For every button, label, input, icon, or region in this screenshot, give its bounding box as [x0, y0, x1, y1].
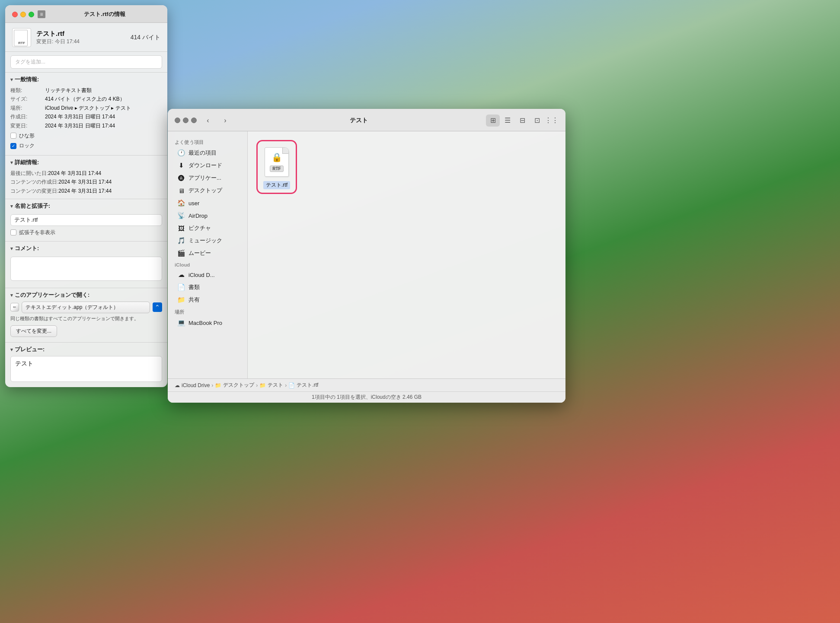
file-item-name: テスト.rtf — [263, 181, 290, 189]
sidebar-desktop-label: デスクトップ — [188, 187, 222, 194]
sidebar-item-user[interactable]: 🏠 user — [170, 197, 245, 209]
selected-file-item[interactable]: 🔒 RTF テスト.rtf — [256, 140, 297, 194]
finder-sidebar: よく使う項目 🕐 最近の項目 ⬇ ダウンロード 🅐 アプリケー... 🖥 デスク… — [168, 131, 248, 378]
created-label: 作成日: — [10, 112, 45, 121]
hide-ext-checkbox[interactable] — [10, 229, 16, 235]
kind-label: 種類: — [10, 86, 45, 95]
sidebar-item-recent[interactable]: 🕐 最近の項目 — [170, 147, 245, 159]
status-bar: 1項目中の 1項目を選択、iCloudの空き 2.46 GB — [168, 392, 565, 403]
modified-value: 2024 年 3月31日 日曜日 17:44 — [45, 121, 115, 130]
extra-view-button[interactable]: ⋮⋮ — [545, 114, 559, 127]
finder-bottom: ☁ iCloud Drive › 📁 デスクトップ › 📁 テスト › 📄 テス… — [168, 378, 565, 403]
sidebar-item-shared[interactable]: 📁 共有 — [170, 294, 245, 306]
sidebar-item-desktop[interactable]: 🖥 デスクトップ — [170, 184, 245, 197]
detail-info-header[interactable]: 詳細情報: — [10, 159, 162, 166]
breadcrumb-icloud[interactable]: ☁ iCloud Drive — [175, 382, 210, 388]
hina-label: ひな形 — [19, 131, 35, 140]
sidebar-item-downloads[interactable]: ⬇ ダウンロード — [170, 159, 245, 172]
file-item-icon: 🔒 RTF — [261, 145, 292, 179]
sidebar-item-pictures[interactable]: 🖼 ピクチャ — [170, 222, 245, 234]
sidebar-item-macbook[interactable]: 💻 MacBook Pro — [170, 317, 245, 329]
content-modified-row: コンテンツの変更日: 2024 年 3月31日 17:44 — [10, 187, 162, 195]
last-opened-row: 最後に開いた日: 2024 年 3月31日 17:44 — [10, 169, 162, 178]
filename-input[interactable] — [10, 214, 162, 226]
panel-title: テスト.rtfの情報 — [49, 10, 160, 18]
comment-section: コメント: — [5, 241, 167, 288]
sidebar-downloads-label: ダウンロード — [188, 162, 222, 169]
name-ext-header[interactable]: 名前と拡張子: — [10, 203, 162, 210]
finder-minimize-button[interactable] — [183, 118, 188, 123]
close-button[interactable] — [12, 12, 18, 17]
finder-window: ‹ › テスト ⊞ ☰ ⊟ ⊡ ⋮⋮ よく使う項目 🕐 最近の項目 ⬇ ダウンロ… — [168, 109, 565, 403]
comment-header[interactable]: コメント: — [10, 245, 162, 252]
location-value: iCloud Drive ▸ デスクトップ ▸ テスト — [45, 104, 131, 112]
sidebar-item-music[interactable]: 🎵 ミュージック — [170, 235, 245, 247]
favorites-label: よく使う項目 — [168, 137, 247, 146]
sidebar-item-applications[interactable]: 🅐 アプリケー... — [170, 172, 245, 184]
shared-icon: 📁 — [177, 296, 185, 304]
content-modified-label: コンテンツの変更日: — [10, 187, 58, 195]
finder-main: 🔒 RTF テスト.rtf — [248, 131, 565, 378]
general-info-section: 一般情報: 種類: リッチテキスト書類 サイズ: 414 バイト（ディスク上の … — [5, 72, 167, 155]
list-view-button[interactable]: ☰ — [501, 114, 514, 127]
finder-close-button[interactable] — [175, 118, 180, 123]
finder-maximize-button[interactable] — [191, 118, 197, 123]
file-breadcrumb-icon: 📄 — [288, 382, 295, 388]
sidebar-item-airdrop[interactable]: 📡 AirDrop — [170, 210, 245, 222]
maximize-button[interactable] — [29, 12, 34, 17]
sidebar-macbook-label: MacBook Pro — [188, 320, 222, 326]
finder-title: テスト — [236, 117, 481, 124]
sidebar-shared-label: 共有 — [188, 296, 200, 304]
icloud-breadcrumb-label: iCloud Drive — [182, 382, 210, 388]
sidebar-music-label: ミュージック — [188, 237, 222, 245]
sidebar-item-movies[interactable]: 🎬 ムービー — [170, 247, 245, 259]
finder-toolbar: ‹ › テスト ⊞ ☰ ⊟ ⊡ ⋮⋮ — [168, 109, 565, 131]
sidebar-item-icloud-drive[interactable]: ☁ iCloud D... — [170, 269, 245, 281]
last-opened-label: 最後に開いた日: — [10, 169, 48, 178]
app-select-arrow[interactable]: ⌃ — [153, 302, 162, 312]
file-breadcrumb-label: テスト.rtf — [297, 381, 318, 389]
user-icon: 🏠 — [177, 199, 185, 207]
grid-view-button[interactable]: ⊞ — [486, 114, 500, 127]
file-modified: 変更日: 今日 17:44 — [36, 38, 125, 45]
forward-button[interactable]: › — [219, 114, 231, 127]
app-select-row: ✏ テキストエディット.app（デフォルト） ⌃ — [10, 302, 162, 313]
sidebar-pictures-label: ピクチャ — [188, 224, 211, 232]
lock-row[interactable]: ロック — [10, 141, 162, 150]
sidebar-documents-label: 書類 — [188, 283, 200, 291]
sidebar-item-documents[interactable]: 📄 書類 — [170, 281, 245, 293]
app-name-label: テキストエディット.app（デフォルト） — [26, 304, 118, 311]
sidebar-icloud-drive-label: iCloud D... — [188, 272, 215, 278]
breadcrumb-file[interactable]: 📄 テスト.rtf — [288, 381, 318, 389]
lock-checkbox[interactable] — [10, 143, 16, 149]
change-all-button[interactable]: すべてを変更... — [10, 325, 57, 337]
back-button[interactable]: ‹ — [202, 114, 214, 127]
created-value: 2024 年 3月31日 日曜日 17:44 — [45, 112, 115, 121]
column-view-button[interactable]: ⊟ — [515, 114, 529, 127]
hina-row[interactable]: ひな形 — [10, 131, 162, 140]
minimize-button[interactable] — [20, 12, 26, 17]
last-opened-value: 2024 年 3月31日 17:44 — [48, 169, 101, 178]
file-size: 414 バイト — [131, 34, 160, 41]
general-info-header[interactable]: 一般情報: — [10, 76, 162, 83]
breadcrumb-desktop[interactable]: 📁 デスクトップ — [215, 381, 254, 389]
preview-header[interactable]: プレビュー: — [10, 346, 162, 353]
downloads-icon: ⬇ — [177, 162, 185, 169]
file-name: テスト.rtf — [36, 30, 125, 38]
hide-ext-row[interactable]: 拡張子を非表示 — [10, 229, 162, 236]
hina-checkbox[interactable] — [10, 133, 16, 139]
lock-label: ロック — [19, 141, 35, 150]
applications-icon: 🅐 — [177, 174, 185, 182]
info-panel: ≡ テスト.rtfの情報 テスト.rtf 変更日: 今日 17:44 414 バ… — [5, 5, 167, 387]
rtf-badge: RTF — [270, 165, 283, 172]
desktop-breadcrumb-label: デスクトップ — [223, 381, 254, 389]
desktop-icon: 🖥 — [177, 187, 185, 194]
info-panel-titlebar: ≡ テスト.rtfの情報 — [5, 5, 167, 23]
breadcrumb-test-folder[interactable]: 📁 テスト — [259, 381, 283, 389]
cover-view-button[interactable]: ⊡ — [530, 114, 544, 127]
tag-field[interactable]: タグを追加... — [10, 55, 162, 69]
app-select-button[interactable]: テキストエディット.app（デフォルト） — [22, 302, 150, 313]
open-with-header[interactable]: このアプリケーションで開く: — [10, 292, 162, 299]
comment-input[interactable] — [10, 257, 162, 281]
sidebar-user-label: user — [188, 200, 199, 207]
